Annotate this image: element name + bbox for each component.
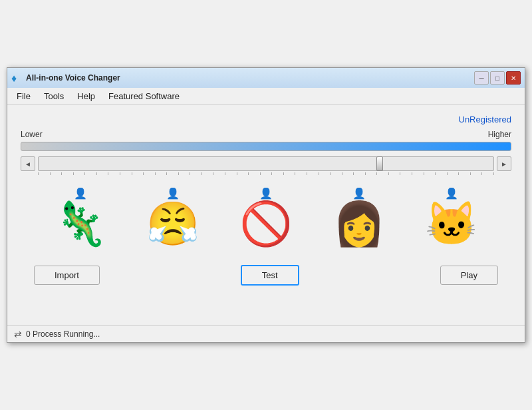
avatar-indicator-woman: 👤 — [352, 187, 366, 200]
slider-inner-track[interactable] — [38, 156, 494, 171]
tick-mark — [271, 172, 272, 175]
tick-mark — [388, 172, 389, 175]
tick-mark — [424, 172, 424, 175]
menu-help[interactable]: Help — [70, 89, 102, 103]
tick-mark — [120, 172, 120, 175]
tick-mark — [447, 172, 448, 175]
avatar-emoji-angry-man: 😤 — [146, 202, 200, 245]
higher-label: Higher — [488, 130, 511, 139]
close-button[interactable]: ✕ — [506, 71, 521, 85]
tick-mark — [319, 172, 319, 175]
avatar-indicator-none: 👤 — [259, 187, 273, 200]
status-bar: ⇄ 0 Process Running... — [7, 325, 525, 342]
tick-mark — [108, 172, 108, 175]
menu-bar: File Tools Help Featured Software — [7, 88, 525, 105]
slider-right-arrow[interactable]: ► — [497, 156, 511, 171]
tick-mark — [435, 172, 436, 175]
avatar-angry-man[interactable]: 👤 😤 — [146, 187, 200, 245]
unregistered-label: UnRegistered — [21, 112, 511, 130]
tick-mark — [166, 172, 167, 175]
avatar-indicator-cat: 👤 — [445, 187, 458, 200]
minimize-button[interactable]: ─ — [474, 71, 489, 85]
tick-mark — [260, 172, 261, 175]
tick-mark — [481, 172, 482, 175]
slider-row: ◄ ► — [21, 156, 511, 171]
test-button[interactable]: Test — [241, 265, 299, 286]
slider-thumb[interactable] — [376, 156, 383, 171]
avatars-section: 👤 🦎 👤 😤 👤 🚫 👤 👩 👤 🐱 — [21, 180, 511, 252]
tick-mark — [248, 172, 249, 175]
slider-left-arrow[interactable]: ◄ — [21, 156, 35, 171]
lower-label: Lower — [21, 130, 43, 139]
tick-marks — [21, 172, 511, 175]
window-controls: ─ □ ✕ — [474, 71, 521, 85]
tick-mark — [237, 172, 237, 175]
tick-mark — [201, 172, 202, 175]
main-content: UnRegistered Lower Higher ◄ ► 👤 — [7, 105, 525, 306]
import-button[interactable]: Import — [34, 266, 100, 285]
menu-file[interactable]: File — [10, 89, 37, 103]
avatar-cat[interactable]: 👤 🐱 — [425, 187, 478, 245]
slider-bar — [21, 140, 511, 152]
tick-mark — [400, 172, 400, 175]
tick-mark — [38, 172, 39, 175]
tick-mark — [493, 172, 494, 175]
pitch-slider-section: Lower Higher ◄ ► — [21, 130, 511, 175]
tick-mark — [213, 172, 213, 175]
app-icon: ♦ — [11, 73, 22, 83]
avatar-indicator-angry-man: 👤 — [166, 187, 180, 200]
status-text: 0 Process Running... — [26, 329, 100, 339]
tick-mark — [50, 172, 51, 175]
tick-mark — [225, 172, 225, 175]
tick-mark — [132, 172, 132, 175]
tick-mark — [330, 172, 331, 175]
tick-mark — [353, 172, 354, 175]
tick-mark — [155, 172, 156, 175]
title-bar: ♦ All-in-one Voice Changer ─ □ ✕ — [7, 68, 525, 88]
tick-mark — [96, 172, 97, 175]
avatar-emoji-cat: 🐱 — [425, 202, 478, 245]
slider-track — [21, 142, 511, 151]
tick-mark — [307, 172, 307, 175]
tick-mark — [143, 172, 144, 175]
tick-mark — [365, 172, 366, 175]
avatar-emoji-woman: 👩 — [332, 202, 386, 245]
menu-featured-software[interactable]: Featured Software — [102, 89, 186, 103]
tick-mark — [376, 172, 377, 175]
tick-mark — [295, 172, 295, 175]
tick-mark — [84, 172, 85, 175]
avatar-emoji-none: 🚫 — [239, 202, 293, 245]
tick-mark — [283, 172, 284, 175]
tick-mark — [178, 172, 179, 175]
tick-mark — [412, 172, 412, 175]
tick-mark — [190, 172, 190, 175]
avatar-indicator-dinosaur: 👤 — [74, 187, 87, 200]
tick-mark — [342, 172, 342, 175]
tick-mark — [458, 172, 459, 175]
menu-tools[interactable]: Tools — [37, 89, 70, 103]
avatar-woman[interactable]: 👤 👩 — [332, 187, 386, 245]
window-title: All-in-one Voice Changer — [26, 73, 120, 83]
action-buttons: Import Test Play — [21, 258, 511, 292]
tick-mark — [73, 172, 74, 175]
title-bar-left: ♦ All-in-one Voice Changer — [11, 73, 120, 83]
tick-mark — [61, 172, 62, 175]
maximize-button[interactable]: □ — [490, 71, 505, 85]
avatar-dinosaur[interactable]: 👤 🦎 — [54, 187, 107, 245]
slider-labels: Lower Higher — [21, 130, 511, 139]
avatar-none[interactable]: 👤 🚫 — [239, 187, 293, 245]
main-window: ♦ All-in-one Voice Changer ─ □ ✕ File To… — [7, 67, 525, 343]
tick-mark — [470, 172, 471, 175]
play-button[interactable]: Play — [440, 266, 498, 285]
avatar-emoji-dinosaur: 🦎 — [54, 202, 107, 245]
status-icon: ⇄ — [14, 329, 22, 339]
